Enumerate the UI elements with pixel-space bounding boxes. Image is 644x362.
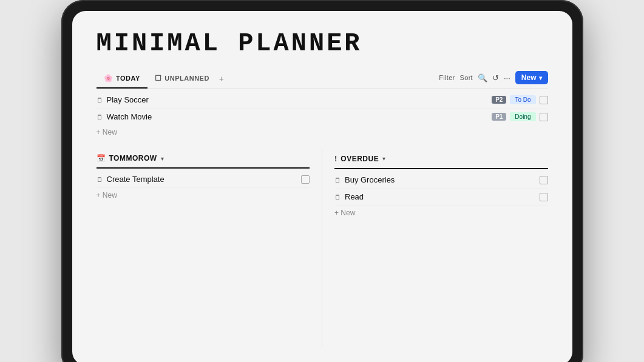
today-tab-label: TODAY <box>116 75 140 82</box>
tab-today[interactable]: 🌸 TODAY <box>97 70 147 89</box>
calendar-icon: 📅 <box>97 154 106 163</box>
today-task-list: 🗒 Play Soccer P2 To Do 🗒 Watch Movie P1 … <box>97 92 548 125</box>
task-row: 🗒 Buy Groceries <box>334 172 548 189</box>
tomorrow-chevron[interactable]: ▾ <box>161 155 164 162</box>
search-icon[interactable]: 🔍 <box>478 73 487 82</box>
tomorrow-section-title: TOMMOROW <box>109 154 157 163</box>
overdue-section: ! OVERDUE ▾ 🗒 Buy Groceries 🗒 Read <box>322 149 548 347</box>
task-row: 🗒 Read <box>334 189 548 206</box>
task-row: 🗒 Play Soccer P2 To Do <box>97 92 548 109</box>
content-area: 🗒 Play Soccer P2 To Do 🗒 Watch Movie P1 … <box>97 89 548 347</box>
new-button-chevron: ▾ <box>539 75 542 81</box>
today-tab-icon: 🌸 <box>104 74 114 82</box>
overdue-add-new-label: + New <box>334 209 355 217</box>
today-add-new[interactable]: + New <box>97 125 548 139</box>
tomorrow-section: 📅 TOMMOROW ▾ 🗒 Create Template + New <box>97 149 310 347</box>
unplanned-tab-icon: ☐ <box>155 74 162 82</box>
tablet-frame: MINIMAL PLANNER 🌸 TODAY ☐ UNPLANNED + Fi… <box>61 0 583 362</box>
new-button-label: New <box>521 73 537 82</box>
task-checkbox[interactable] <box>540 96 548 104</box>
task-doc-icon: 🗒 <box>97 113 103 121</box>
task-checkbox[interactable] <box>540 113 548 121</box>
filter-button[interactable]: Filter <box>439 74 455 81</box>
task-row: 🗒 Create Template <box>97 171 310 188</box>
priority-badge: P1 <box>492 113 506 121</box>
task-name[interactable]: Buy Groceries <box>345 175 536 184</box>
task-doc-icon: 🗒 <box>334 176 341 184</box>
more-icon[interactable]: ··· <box>504 73 510 82</box>
unplanned-tab-label: UNPLANNED <box>164 75 209 82</box>
overdue-chevron[interactable]: ▾ <box>382 155 385 162</box>
task-row: 🗒 Watch Movie P1 Doing <box>97 109 548 125</box>
task-name[interactable]: Play Soccer <box>107 95 489 104</box>
tomorrow-section-header: 📅 TOMMOROW ▾ <box>97 149 310 169</box>
task-doc-icon: 🗒 <box>97 176 103 183</box>
tab-bar: 🌸 TODAY ☐ UNPLANNED + Filter Sort 🔍 ↺ ··… <box>97 70 548 89</box>
task-checkbox[interactable] <box>301 175 310 184</box>
task-checkbox[interactable] <box>540 176 548 184</box>
app-title: MINIMAL PLANNER <box>97 29 548 58</box>
refresh-icon[interactable]: ↺ <box>492 73 499 82</box>
tomorrow-add-new[interactable]: + New <box>97 188 310 203</box>
new-button[interactable]: New ▾ <box>515 71 548 84</box>
tablet-screen: MINIMAL PLANNER 🌸 TODAY ☐ UNPLANNED + Fi… <box>72 11 572 362</box>
task-name[interactable]: Read <box>345 192 536 201</box>
tab-unplanned[interactable]: ☐ UNPLANNED <box>147 70 217 89</box>
tomorrow-add-new-label: + New <box>97 191 117 199</box>
task-name[interactable]: Watch Movie <box>107 112 489 121</box>
task-doc-icon: 🗒 <box>97 96 103 104</box>
add-tab-button[interactable]: + <box>217 70 229 89</box>
priority-badge: P2 <box>492 96 506 104</box>
add-new-label: + New <box>97 128 117 136</box>
today-section: 🗒 Play Soccer P2 To Do 🗒 Watch Movie P1 … <box>97 92 548 139</box>
overdue-icon: ! <box>334 154 337 163</box>
bottom-sections: 📅 TOMMOROW ▾ 🗒 Create Template + New <box>97 149 548 347</box>
task-doc-icon: 🗒 <box>334 193 341 201</box>
overdue-section-title: OVERDUE <box>341 155 379 163</box>
status-badge[interactable]: Doing <box>510 112 535 121</box>
status-badge[interactable]: To Do <box>510 95 535 104</box>
overdue-section-header: ! OVERDUE ▾ <box>334 149 548 169</box>
overdue-add-new[interactable]: + New <box>334 206 548 220</box>
sort-button[interactable]: Sort <box>460 74 473 81</box>
toolbar-right: Filter Sort 🔍 ↺ ··· New ▾ <box>439 71 547 88</box>
task-name[interactable]: Create Template <box>107 175 298 184</box>
task-checkbox[interactable] <box>540 193 548 201</box>
